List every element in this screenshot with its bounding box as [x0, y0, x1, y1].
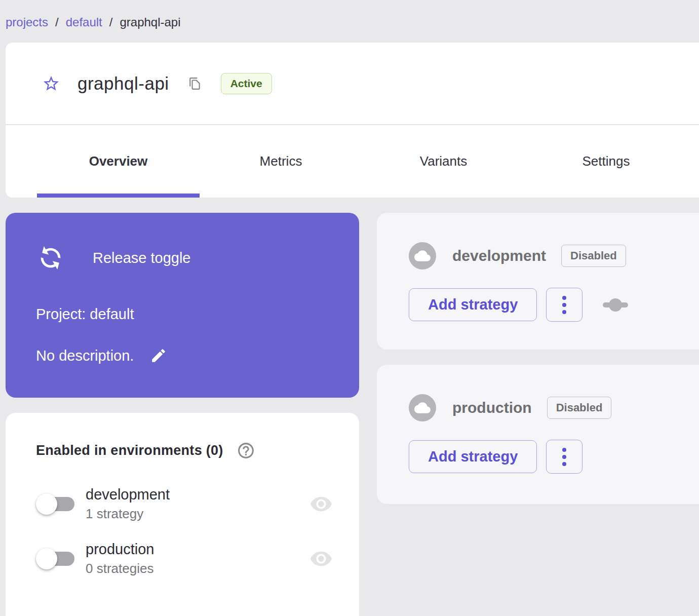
production-toggle-switch[interactable] [36, 547, 76, 570]
release-toggle-icon [30, 238, 70, 278]
project-label: Project: default [36, 306, 335, 323]
environment-name: development [86, 486, 170, 503]
environment-card-name: development [452, 247, 546, 264]
visibility-eye-icon[interactable] [309, 547, 333, 570]
environment-more-menu-button[interactable] [546, 288, 582, 322]
feature-overview-card: Release toggle Project: default No descr… [6, 213, 359, 398]
help-icon[interactable] [237, 441, 255, 460]
page-title: graphql-api [77, 73, 169, 94]
main-content: Release toggle Project: default No descr… [6, 213, 699, 616]
breadcrumb-default[interactable]: default [66, 15, 102, 29]
feature-header-card: graphql-api Active Overview Metrics Vari… [6, 43, 699, 198]
environment-name: production [86, 541, 154, 558]
environment-strategy-count: 1 strategy [86, 506, 170, 522]
add-strategy-button[interactable]: Add strategy [409, 440, 537, 473]
feature-title-row: graphql-api Active [6, 43, 699, 124]
right-column: development Disabled Add strategy [377, 213, 699, 616]
environment-row-development: development 1 strategy [36, 486, 335, 522]
breadcrumb-separator: / [109, 15, 113, 29]
left-column: Release toggle Project: default No descr… [6, 213, 359, 616]
description-text: No description. [36, 348, 134, 364]
environment-more-menu-button[interactable] [546, 440, 582, 474]
production-strategy-card: production Disabled Add strategy [377, 365, 699, 504]
environment-toggle-slider-icon[interactable] [600, 294, 631, 316]
active-tab-indicator [37, 194, 200, 198]
cloud-icon [414, 248, 431, 264]
environment-status-badge: Disabled [561, 245, 626, 267]
breadcrumb-current: graphql-api [120, 15, 180, 29]
environment-row-production: production 0 strategies [36, 541, 335, 576]
tab-variants[interactable]: Variants [362, 125, 525, 198]
visibility-eye-icon[interactable] [309, 492, 333, 516]
tab-metrics[interactable]: Metrics [200, 125, 362, 198]
tab-overview[interactable]: Overview [37, 125, 200, 198]
breadcrumb-separator: / [55, 15, 59, 29]
breadcrumb: projects / default / graphql-api [0, 0, 699, 43]
environment-status-badge: Disabled [547, 397, 612, 419]
status-badge: Active [221, 73, 272, 94]
development-strategy-card: development Disabled Add strategy [377, 213, 699, 350]
environment-strategy-count: 0 strategies [86, 561, 154, 576]
tab-settings[interactable]: Settings [525, 125, 687, 198]
toggle-type-label: Release toggle [93, 250, 190, 266]
breadcrumb-projects[interactable]: projects [6, 15, 48, 29]
edit-description-icon[interactable] [150, 347, 167, 364]
development-toggle-switch[interactable] [36, 492, 76, 516]
cloud-icon [414, 400, 431, 416]
feature-tabs: Overview Metrics Variants Settings [6, 125, 699, 198]
favorite-star-icon[interactable] [42, 74, 60, 93]
enabled-environments-title: Enabled in environments (0) [36, 443, 223, 458]
add-strategy-button[interactable]: Add strategy [409, 288, 537, 321]
environment-card-name: production [452, 399, 532, 416]
enabled-environments-panel: Enabled in environments (0) development … [6, 413, 359, 616]
copy-name-icon[interactable] [188, 76, 202, 91]
environment-avatar [409, 394, 436, 421]
environment-avatar [409, 242, 436, 270]
